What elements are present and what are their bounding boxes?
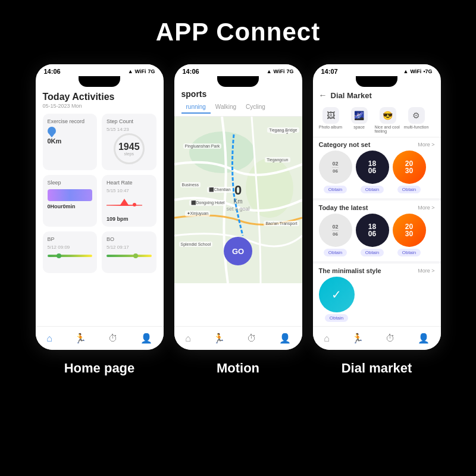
dial-face-1a: 0206 [319, 151, 352, 184]
sleep-value: 0Hour0min [48, 203, 93, 209]
obtain-btn-1c[interactable]: Obtain [397, 186, 421, 193]
dial-item-1b: 1806 Obtain [356, 151, 389, 193]
bp-thumb [57, 253, 61, 258]
step-date: 5/15 14:23 [107, 127, 152, 132]
nav-timer-icon[interactable]: ⏱ [108, 333, 118, 344]
bo-label: BO [107, 236, 152, 242]
obtain-btn-3a[interactable]: Obtain [325, 314, 349, 322]
time-dial: 14:07 [321, 68, 338, 75]
sleep-heart-row: Sleep 0Hour0min Heart Rate 5/15 10:47 10… [43, 175, 156, 227]
bottom-nav-dial: ⌂ 🏃 ⏱ 👤 [313, 326, 441, 350]
bottom-nav-motion: ⌂ 🏃 ⏱ 👤 [174, 326, 302, 350]
km-overlay: 0 Km set a goal [226, 183, 249, 212]
dial-item-1a: 0206 Obtain [319, 151, 352, 193]
cat-photo[interactable]: 🖼 Photo album [318, 107, 344, 133]
tab-walking[interactable]: Walking [211, 101, 241, 114]
dial-item-2b: 1806 Obtain [356, 214, 389, 256]
obtain-btn-1a[interactable]: Obtain [324, 186, 347, 193]
nav-home2-icon[interactable]: ⌂ [185, 333, 191, 344]
set-goal: set a goal [226, 206, 249, 212]
app-title: APP Connect [156, 18, 320, 46]
dial-item-3a: ✓ Obtain [319, 277, 355, 322]
bo-slider [107, 255, 152, 257]
nav-timer2-icon[interactable]: ⏱ [247, 333, 256, 344]
motion-tabs: running Walking Cycling [174, 99, 302, 117]
dial-header: ← Dial Market [313, 87, 441, 104]
bp-date: 5/12 09:09 [48, 245, 93, 250]
phone-dial: 14:07 ▲ WiFi ▪7G ← Dial Market 🖼 Photo a… [313, 64, 441, 350]
nav-activity-icon[interactable]: 🏃 [74, 333, 86, 344]
cat-space[interactable]: 🌌 space [346, 107, 372, 133]
section-category-not-set: Category not set More > [313, 137, 441, 151]
obtain-btn-2a[interactable]: Obtain [324, 249, 347, 256]
tab-running[interactable]: running [181, 101, 211, 114]
heart-date: 5/15 10:47 [107, 188, 152, 193]
sleep-card: Sleep 0Hour0min [43, 175, 98, 227]
home-date: 05-15-2023 Mon [43, 103, 156, 109]
back-button[interactable]: ← [319, 90, 327, 100]
section-minimalist: The minimalist style More > [313, 264, 441, 277]
nav-profile3-icon[interactable]: 👤 [418, 333, 430, 344]
exercise-label: Exercise record [48, 118, 93, 124]
map-container: Shikeng Pingluanshan Park Tiegang Bridge… [174, 117, 302, 283]
dial-face-2b: 1806 [356, 214, 389, 247]
map-label-tiegangcun: Tiegangcun [265, 157, 290, 162]
step-card: Step Count 5/15 14:23 1945 steps [102, 114, 156, 170]
nav-profile2-icon[interactable]: 👤 [279, 333, 291, 344]
notch-dial [356, 76, 397, 87]
obtain-btn-2c[interactable]: Obtain [397, 249, 421, 256]
map-label-xinjuyuan: ✦Xinjuyuan [185, 211, 211, 217]
bp-label: BP [48, 236, 93, 242]
status-icons-motion: ▲ WiFi 7G [267, 68, 294, 74]
step-circle: 1945 steps [114, 133, 145, 164]
nav-home3-icon[interactable]: ⌂ [324, 333, 330, 344]
obtain-btn-1b[interactable]: Obtain [361, 186, 384, 193]
motion-title: sports [174, 87, 302, 99]
km-unit: Km [226, 198, 249, 205]
bo-card: BO 5/12 09:17 [102, 231, 156, 273]
go-button[interactable]: GO [224, 237, 252, 265]
notch-motion [217, 76, 259, 87]
heart-value: 109 bpm [107, 216, 152, 222]
dial-item-1c: 2030 Obtain [393, 151, 426, 193]
label-motion: Motion [174, 361, 302, 376]
map-label-bridge: Tiegang Bridge [267, 127, 299, 133]
step-label: Step Count [107, 118, 152, 124]
nav-run3-icon[interactable]: 🏃 [352, 333, 364, 344]
cat-photo-icon: 🖼 [322, 107, 339, 124]
nav-run-icon[interactable]: 🏃 [213, 333, 225, 344]
status-bar-home: 14:06 ▲ WiFi 7G [36, 64, 164, 77]
tab-cycling[interactable]: Cycling [241, 101, 270, 114]
map-label-hotel: ⬛Dongxing Hotel [189, 200, 227, 206]
dial-categories: 🖼 Photo album 🌌 space 😎 Nice and cool fe… [313, 104, 441, 137]
cat-multi-icon: ⚙ [408, 107, 425, 124]
home-screen-title: Today Activities [43, 92, 156, 102]
dial-face-2a: 0206 [319, 214, 352, 247]
nav-home-icon[interactable]: ⌂ [46, 333, 52, 344]
step-unit: steps [124, 152, 134, 156]
dials-row-3: ✓ Obtain [313, 277, 441, 327]
exercise-step-row: Exercise record 0Km Step Count 5/15 14:2… [43, 114, 156, 170]
cat-cool-icon: 😎 [380, 107, 396, 124]
bp-bo-row: BP 5/12 09:09 BO 5/12 09:17 [43, 231, 156, 273]
bp-slider [48, 255, 93, 257]
phone-home: 14:06 ▲ WiFi 7G Today Activities 05-15-2… [36, 64, 164, 350]
label-home: Home page [36, 361, 164, 376]
bo-thumb [133, 253, 138, 258]
sleep-label: Sleep [48, 180, 93, 186]
map-label-school: Splendid School [179, 242, 213, 247]
status-icons-dial: ▲ WiFi ▪7G [403, 68, 432, 74]
svg-point-1 [189, 131, 255, 173]
phone-motion: 14:06 ▲ WiFi 7G sports running Walking C… [174, 64, 302, 350]
step-value: 1945 [118, 142, 140, 152]
minimalist-dial-face: ✓ [319, 277, 355, 312]
obtain-btn-2b[interactable]: Obtain [361, 249, 384, 256]
nav-timer3-icon[interactable]: ⏱ [386, 333, 395, 344]
location-dot [48, 127, 56, 135]
map-label-business: Business [180, 182, 201, 187]
cat-cool[interactable]: 😎 Nice and cool feeling [375, 107, 401, 133]
label-dial: Dial market [313, 361, 441, 376]
phone-labels-row: Home page Motion Dial market [36, 361, 441, 376]
nav-profile-icon[interactable]: 👤 [140, 333, 152, 344]
cat-multi[interactable]: ⚙ multi-function [403, 107, 430, 133]
